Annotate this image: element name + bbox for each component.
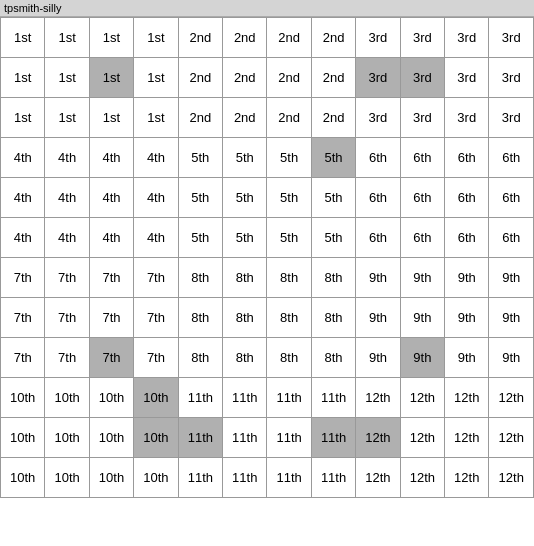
- table-cell: 5th: [178, 138, 222, 178]
- table-cell: 12th: [445, 458, 489, 498]
- table-cell: 3rd: [356, 18, 400, 58]
- table-cell: 2nd: [178, 98, 222, 138]
- table-cell: 1st: [1, 18, 45, 58]
- table-cell: 10th: [1, 378, 45, 418]
- table-cell: 2nd: [178, 18, 222, 58]
- table-cell: 9th: [400, 338, 444, 378]
- table-cell: 3rd: [489, 58, 534, 98]
- table-cell: 12th: [400, 418, 444, 458]
- table-cell: 12th: [489, 418, 534, 458]
- table-row: 1st1st1st1st2nd2nd2nd2nd3rd3rd3rd3rd: [1, 58, 534, 98]
- table-cell: 1st: [89, 58, 133, 98]
- table-cell: 1st: [45, 98, 89, 138]
- table-cell: 1st: [1, 98, 45, 138]
- table-row: 4th4th4th4th5th5th5th5th6th6th6th6th: [1, 178, 534, 218]
- table-cell: 11th: [178, 418, 222, 458]
- table-cell: 3rd: [445, 18, 489, 58]
- table-cell: 6th: [356, 138, 400, 178]
- table-cell: 1st: [45, 18, 89, 58]
- table-cell: 10th: [89, 418, 133, 458]
- table-cell: 11th: [311, 418, 355, 458]
- table-cell: 12th: [356, 418, 400, 458]
- table-cell: 1st: [134, 58, 178, 98]
- table-cell: 7th: [89, 258, 133, 298]
- table-cell: 10th: [89, 378, 133, 418]
- table-cell: 2nd: [223, 58, 267, 98]
- table-row: 7th7th7th7th8th8th8th8th9th9th9th9th: [1, 258, 534, 298]
- table-cell: 10th: [134, 418, 178, 458]
- table-cell: 8th: [311, 338, 355, 378]
- table-cell: 12th: [356, 458, 400, 498]
- table-cell: 2nd: [267, 98, 311, 138]
- table-cell: 8th: [267, 298, 311, 338]
- table-cell: 7th: [134, 338, 178, 378]
- table-cell: 5th: [267, 138, 311, 178]
- table-cell: 2nd: [311, 58, 355, 98]
- table-cell: 1st: [89, 18, 133, 58]
- table-cell: 3rd: [356, 98, 400, 138]
- table-cell: 9th: [356, 338, 400, 378]
- table-cell: 8th: [178, 298, 222, 338]
- table-cell: 10th: [89, 458, 133, 498]
- table-cell: 4th: [45, 178, 89, 218]
- table-row: 4th4th4th4th5th5th5th5th6th6th6th6th: [1, 138, 534, 178]
- table-cell: 2nd: [311, 98, 355, 138]
- table-cell: 4th: [89, 218, 133, 258]
- table-cell: 10th: [1, 458, 45, 498]
- grid-table: 1st1st1st1st2nd2nd2nd2nd3rd3rd3rd3rd1st1…: [0, 17, 534, 498]
- table-cell: 6th: [400, 138, 444, 178]
- table-row: 7th7th7th7th8th8th8th8th9th9th9th9th: [1, 338, 534, 378]
- table-cell: 11th: [311, 378, 355, 418]
- table-cell: 5th: [311, 178, 355, 218]
- table-row: 4th4th4th4th5th5th5th5th6th6th6th6th: [1, 218, 534, 258]
- table-cell: 3rd: [356, 58, 400, 98]
- window-title: tpsmith-silly: [4, 2, 61, 14]
- table-row: 7th7th7th7th8th8th8th8th9th9th9th9th: [1, 298, 534, 338]
- table-cell: 11th: [311, 458, 355, 498]
- table-cell: 9th: [489, 258, 534, 298]
- table-cell: 5th: [311, 218, 355, 258]
- table-cell: 9th: [445, 338, 489, 378]
- table-cell: 5th: [311, 138, 355, 178]
- table-cell: 10th: [134, 378, 178, 418]
- table-cell: 9th: [400, 298, 444, 338]
- table-cell: 5th: [267, 218, 311, 258]
- table-row: 10th10th10th10th11th11th11th11th12th12th…: [1, 458, 534, 498]
- table-row: 1st1st1st1st2nd2nd2nd2nd3rd3rd3rd3rd: [1, 18, 534, 58]
- table-cell: 6th: [445, 138, 489, 178]
- table-cell: 10th: [45, 458, 89, 498]
- table-cell: 7th: [89, 338, 133, 378]
- table-cell: 4th: [45, 138, 89, 178]
- table-cell: 4th: [134, 218, 178, 258]
- table-cell: 3rd: [445, 58, 489, 98]
- table-cell: 4th: [1, 178, 45, 218]
- table-cell: 4th: [134, 138, 178, 178]
- table-cell: 8th: [223, 258, 267, 298]
- table-cell: 11th: [267, 418, 311, 458]
- table-cell: 7th: [134, 258, 178, 298]
- table-cell: 11th: [223, 418, 267, 458]
- table-cell: 11th: [178, 378, 222, 418]
- table-cell: 4th: [89, 178, 133, 218]
- table-cell: 1st: [134, 98, 178, 138]
- table-cell: 7th: [45, 338, 89, 378]
- table-cell: 11th: [178, 458, 222, 498]
- table-cell: 12th: [489, 458, 534, 498]
- title-bar: tpsmith-silly: [0, 0, 534, 17]
- table-cell: 3rd: [400, 98, 444, 138]
- table-cell: 2nd: [311, 18, 355, 58]
- table-cell: 7th: [1, 338, 45, 378]
- table-cell: 8th: [267, 258, 311, 298]
- table-cell: 2nd: [267, 18, 311, 58]
- table-cell: 3rd: [445, 98, 489, 138]
- table-cell: 9th: [489, 298, 534, 338]
- table-cell: 8th: [178, 338, 222, 378]
- table-row: 10th10th10th10th11th11th11th11th12th12th…: [1, 418, 534, 458]
- table-cell: 12th: [356, 378, 400, 418]
- table-cell: 4th: [134, 178, 178, 218]
- table-cell: 9th: [356, 258, 400, 298]
- table-cell: 2nd: [178, 58, 222, 98]
- table-cell: 1st: [1, 58, 45, 98]
- table-cell: 12th: [445, 418, 489, 458]
- table-cell: 7th: [1, 258, 45, 298]
